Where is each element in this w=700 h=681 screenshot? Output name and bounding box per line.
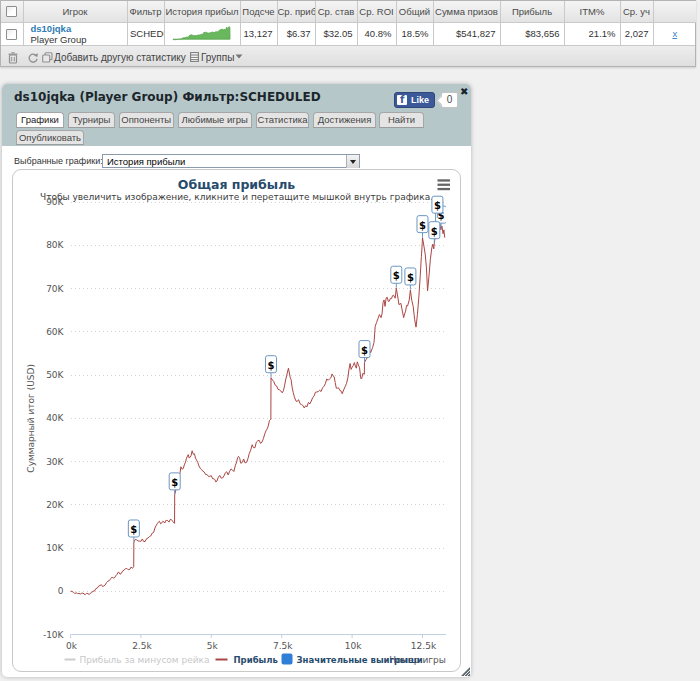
- profit-sparkline-cell: [164, 22, 240, 45]
- svg-text:-10K: -10K: [42, 630, 64, 640]
- tab-publish[interactable]: Опубликовать: [16, 130, 84, 145]
- tab-statistics[interactable]: Статистика: [256, 112, 309, 128]
- legend-item-profit[interactable]: Прибыль: [233, 655, 277, 665]
- tab-find[interactable]: Найти: [379, 112, 424, 128]
- itm-cell: 21.1%: [564, 22, 620, 45]
- column-header-av-entrants[interactable]: Ср. уч: [620, 1, 653, 22]
- column-header-itm[interactable]: ITM%: [564, 1, 620, 22]
- column-header-total-prizes[interactable]: Сумма призов: [433, 1, 500, 22]
- svg-text:$: $: [130, 524, 137, 535]
- tab-tournaments[interactable]: Турниры: [68, 112, 115, 128]
- av-roi-cell: 40.8%: [357, 22, 396, 45]
- tab-graphs[interactable]: Графики: [16, 112, 64, 128]
- legend-item-rake[interactable]: Прибыль за минусом рейка: [79, 655, 209, 665]
- tab-opponents[interactable]: Оппоненты: [119, 112, 174, 128]
- stats-table: Игрок Фильтр История прибыл Подсче Ср. п…: [1, 1, 696, 45]
- svg-text:70K: 70K: [46, 284, 64, 294]
- row-checkbox[interactable]: [6, 29, 17, 40]
- count-cell: 13,127: [240, 22, 277, 45]
- player-row: ds10jqka Player Group SCHEDULED 13,127 $…: [1, 22, 696, 45]
- select-all-checkbox[interactable]: [6, 6, 17, 17]
- player-name-link[interactable]: ds10jqka: [31, 24, 127, 33]
- like-count-badge: 0: [441, 92, 458, 108]
- profit-line[interactable]: [70, 218, 444, 595]
- total-cell: 18.5%: [396, 22, 433, 45]
- chart-subtitle: Чтобы увеличить изображение, кликните и …: [39, 192, 432, 202]
- svg-text:2.5k: 2.5k: [132, 641, 152, 651]
- row-select-cell: [1, 22, 23, 45]
- legend-item-wins-symbol[interactable]: [281, 654, 292, 665]
- chart-menu-icon: [437, 184, 450, 186]
- facebook-icon: f: [397, 95, 407, 105]
- column-header-total[interactable]: Общий: [396, 1, 433, 22]
- refresh-icon[interactable]: [27, 52, 39, 64]
- filter-cell: SCHEDULED: [127, 22, 164, 45]
- select-all-cell: [1, 1, 23, 22]
- player-panel: ds10jqka (Player Group) Фильтр:SCHEDULED…: [2, 84, 471, 677]
- column-header-player[interactable]: Игрок: [23, 1, 127, 22]
- svg-text:30K: 30K: [46, 457, 64, 467]
- dropdown-arrow-icon[interactable]: [346, 155, 359, 168]
- column-header-count[interactable]: Подсче: [240, 1, 277, 22]
- column-header-filter[interactable]: Фильтр: [127, 1, 164, 22]
- close-icon[interactable]: ✖: [460, 86, 468, 97]
- table-toolbar: Добавить другую статистику Группы: [1, 45, 695, 66]
- svg-text:0k: 0k: [66, 641, 78, 651]
- column-header-profit-history[interactable]: История прибыл: [164, 1, 240, 22]
- svg-text:20K: 20K: [46, 500, 64, 510]
- av-entrants-cell: 2,027: [620, 22, 653, 45]
- svg-text:$: $: [171, 477, 178, 488]
- av-profit-cell: $6.37: [277, 22, 315, 45]
- y-axis-title: Суммарный итог (USD): [26, 364, 36, 473]
- resize-grip[interactable]: [461, 667, 470, 676]
- svg-text:$: $: [267, 360, 274, 371]
- column-header-av-roi[interactable]: Ср. ROI: [357, 1, 396, 22]
- svg-text:7.5k: 7.5k: [272, 641, 292, 651]
- svg-text:$: $: [361, 345, 368, 356]
- chart-title: Общая прибыль: [177, 177, 295, 192]
- facebook-like-button[interactable]: f Like: [394, 92, 435, 108]
- column-header-profit[interactable]: Прибыль: [500, 1, 564, 22]
- svg-text:$: $: [419, 220, 426, 231]
- svg-text:10k: 10k: [344, 641, 361, 651]
- total-prizes-cell: $541,827: [433, 22, 500, 45]
- svg-text:5k: 5k: [206, 641, 218, 651]
- graph-selector-label: Выбранные графики:: [14, 156, 103, 166]
- chart-menu-icon: [437, 188, 450, 190]
- svg-text:12.5k: 12.5k: [410, 641, 436, 651]
- chart-menu-icon: [437, 179, 450, 181]
- profit-chart[interactable]: Общая прибыльЧтобы увеличить изображение…: [13, 169, 461, 671]
- player-cell: ds10jqka Player Group: [23, 22, 127, 45]
- groups-icon: [190, 52, 199, 62]
- like-label: Like: [411, 95, 429, 105]
- svg-text:50K: 50K: [46, 370, 64, 380]
- delete-icon[interactable]: [8, 52, 18, 64]
- player-type-label: Player Group: [31, 35, 127, 44]
- profit-cell: $83,656: [500, 22, 564, 45]
- column-header-av-stake[interactable]: Ср. став: [315, 1, 357, 22]
- graph-select-value: История прибыли: [107, 156, 185, 167]
- svg-text:$: $: [406, 272, 413, 283]
- svg-text:90K: 90K: [46, 197, 64, 207]
- svg-text:80K: 80K: [46, 240, 64, 250]
- svg-text:$: $: [430, 226, 437, 237]
- tab-achievements[interactable]: Достижения: [313, 112, 376, 128]
- graph-select-dropdown[interactable]: История прибыли: [102, 154, 360, 168]
- add-statistic-icon[interactable]: [42, 52, 53, 63]
- stats-header-row: Игрок Фильтр История прибыл Подсче Ср. п…: [1, 1, 696, 22]
- groups-button[interactable]: Группы: [201, 52, 234, 63]
- column-header-av-profit[interactable]: Ср. приб: [277, 1, 315, 22]
- significant-win-markers: $$$$$$$$$$: [128, 196, 446, 541]
- add-statistic-button[interactable]: Добавить другую статистику: [54, 52, 186, 63]
- svg-text:$: $: [433, 200, 440, 211]
- svg-text:10K: 10K: [46, 543, 64, 553]
- av-stake-cell: $32.05: [315, 22, 357, 45]
- profit-sparkline: [172, 25, 232, 41]
- svg-text:0: 0: [57, 586, 63, 596]
- remove-cell: x: [653, 22, 696, 45]
- remove-row-link[interactable]: x: [672, 28, 677, 39]
- chevron-down-icon[interactable]: [235, 54, 243, 59]
- svg-text:40K: 40K: [46, 413, 64, 423]
- tab-favorite-games[interactable]: Любимые игры: [178, 112, 253, 128]
- legend-item-wins[interactable]: Значительные выигрыши: [296, 655, 422, 665]
